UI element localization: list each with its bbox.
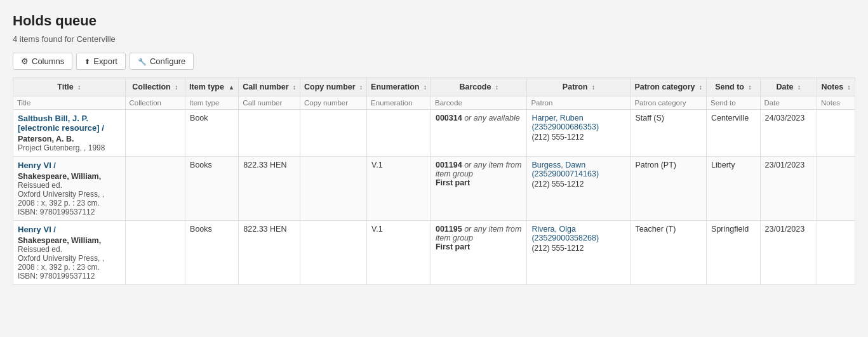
gear-icon [21,56,29,66]
th-patron[interactable]: Patron ↕ [527,78,631,96]
cell-notes-0 [817,110,855,157]
barcode-number: 001194 [436,161,462,169]
toolbar: Columns Export Configure [13,53,855,70]
cell-enumeration-1: V.1 [367,157,431,221]
patron-id-link[interactable]: (23529000686353) [531,122,599,131]
th-enumeration[interactable]: Enumeration ↕ [367,78,431,96]
cell-barcode-1: 001194 or any item from item groupFirst … [431,157,526,221]
barcode-group: First part [436,242,470,251]
sort-arrow-send-to: ↕ [748,84,751,91]
patron-id-link[interactable]: (23529000714163) [531,169,599,178]
barcode-number: 000314 [436,114,462,122]
cell-date-2: 23/01/2023 [760,221,817,285]
cell-patron-category-1: Patron (PT) [631,157,707,221]
cell-date-1: 23/01/2023 [760,157,817,221]
title-author: Shakespeare, William, [18,236,121,245]
title-link[interactable]: Henry VI / [18,161,121,170]
cell-call-number-2: 822.33 HEN [239,221,300,285]
cell-enumeration-0 [367,110,431,157]
cell-collection-2 [125,221,185,285]
th-title[interactable]: Title ↕ [13,78,126,96]
th-item-type[interactable]: Item type ▲ [185,78,239,96]
filter-send-to: Send to [707,96,761,110]
title-author: Paterson, A. B. [18,135,121,143]
cell-notes-1 [817,157,855,221]
cell-item-type-2: Books [185,221,239,285]
page-subtitle: 4 items found for Centerville [13,34,855,44]
sort-arrow-item-type: ▲ [228,84,234,91]
th-barcode[interactable]: Barcode ↕ [431,78,526,96]
filter-enumeration: Enumeration [367,96,431,110]
cell-send-to-2: Springfield [707,221,761,285]
cell-title-1: Henry VI / Shakespeare, William, Reissue… [13,157,126,221]
sort-arrow-copy-number: ↕ [359,84,363,91]
cell-send-to-1: Liberty [707,157,761,221]
table-filter-row: Title Collection Item type Call number C… [13,96,855,110]
filter-patron: Patron [527,96,631,110]
cell-patron-0: Harper, Ruben (23529000686353) (212) 555… [527,110,631,157]
sort-arrow-title: ↕ [77,84,81,91]
patron-phone: (212) 555-1212 [531,133,625,142]
wrench-icon [138,56,147,66]
sort-arrow-date: ↕ [798,84,801,91]
sort-arrow-collection: ↕ [175,84,178,91]
th-notes[interactable]: Notes ↕ [817,78,855,96]
filter-title: Title [13,96,126,110]
cell-copy-number-1 [300,157,367,221]
cell-patron-category-0: Staff (S) [631,110,707,157]
table-body: Saltbush Bill, J. P. [electronic resourc… [13,110,855,285]
cell-patron-category-2: Teacher (T) [631,221,707,285]
patron-id-link[interactable]: (23529000358268) [531,234,599,242]
sort-arrow-call-number: ↕ [293,84,296,91]
cell-enumeration-2: V.1 [367,221,431,285]
filter-notes: Notes [817,96,855,110]
cell-call-number-0 [239,110,300,157]
title-meta: Project Gutenberg, , 1998 [18,143,121,152]
filter-item-type: Item type [185,96,239,110]
title-link[interactable]: Saltbush Bill, J. P. [electronic resourc… [18,114,121,133]
th-call-number[interactable]: Call number ↕ [239,78,300,96]
cell-notes-2 [817,221,855,285]
sort-arrow-patron-category: ↕ [699,84,702,91]
cell-date-0: 24/03/2023 [760,110,817,157]
cell-copy-number-0 [300,110,367,157]
cell-title-0: Saltbush Bill, J. P. [electronic resourc… [13,110,126,157]
export-button[interactable]: Export [76,53,126,70]
th-date[interactable]: Date ↕ [760,78,817,96]
table-row: Saltbush Bill, J. P. [electronic resourc… [13,110,855,157]
title-author: Shakespeare, William, [18,172,121,181]
cell-collection-1 [125,157,185,221]
filter-barcode: Barcode [431,96,526,110]
title-meta: Reissued ed.Oxford University Press, , 2… [18,181,121,216]
title-meta: Reissued ed.Oxford University Press, , 2… [18,245,121,281]
sort-arrow-barcode: ↕ [495,84,498,91]
patron-name-link[interactable]: Harper, Ruben [531,114,583,122]
cell-copy-number-2 [300,221,367,285]
configure-label: Configure [150,56,185,66]
cell-item-type-1: Books [185,157,239,221]
patron-name-link[interactable]: Rivera, Olga [531,225,575,234]
filter-patron-category: Patron category [631,96,707,110]
patron-name-link[interactable]: Burgess, Dawn [531,161,585,169]
th-send-to[interactable]: Send to ↕ [707,78,761,96]
export-icon [84,56,90,66]
table-header-row: Title ↕ Collection ↕ Item type ▲ Call nu… [13,78,855,96]
th-patron-category[interactable]: Patron category ↕ [631,78,707,96]
cell-patron-2: Rivera, Olga (23529000358268) (212) 555-… [527,221,631,285]
sort-arrow-patron: ↕ [592,84,595,91]
table-row: Henry VI / Shakespeare, William, Reissue… [13,221,855,285]
filter-call-number: Call number [239,96,300,110]
cell-barcode-2: 001195 or any item from item groupFirst … [431,221,526,285]
th-copy-number[interactable]: Copy number ↕ [300,78,367,96]
th-collection[interactable]: Collection ↕ [125,78,185,96]
configure-button[interactable]: Configure [130,53,194,70]
cell-patron-1: Burgess, Dawn (23529000714163) (212) 555… [527,157,631,221]
holds-queue-table: Title ↕ Collection ↕ Item type ▲ Call nu… [13,77,855,285]
cell-title-2: Henry VI / Shakespeare, William, Reissue… [13,221,126,285]
page-title: Holds queue [13,13,855,29]
title-link[interactable]: Henry VI / [18,225,121,234]
columns-button[interactable]: Columns [13,53,72,70]
export-label: Export [93,56,117,66]
cell-barcode-0: 000314 or any available [431,110,526,157]
patron-phone: (212) 555-1212 [531,180,625,188]
